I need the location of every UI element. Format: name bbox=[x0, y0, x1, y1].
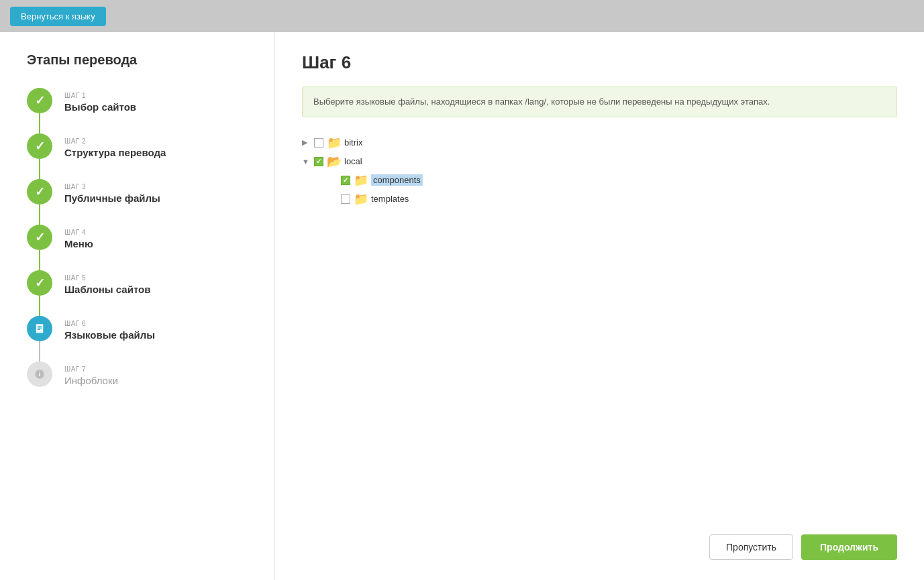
check-icon-1: ✓ bbox=[35, 93, 45, 108]
step-text-5: ШАГ 5 Шаблоны сайтов bbox=[64, 270, 150, 315]
step-label-5: ШАГ 5 bbox=[64, 274, 150, 282]
tree-expand-local[interactable]: ▼ bbox=[302, 158, 313, 166]
check-icon-4: ✓ bbox=[35, 230, 45, 245]
step-label-4: ШАГ 4 bbox=[64, 229, 93, 236]
step-label-6: ШАГ 6 bbox=[64, 320, 155, 327]
step-connector-5: ✓ bbox=[27, 270, 52, 316]
skip-button[interactable]: Пропустить bbox=[709, 534, 793, 560]
check-icon-3: ✓ bbox=[35, 184, 45, 199]
step-text-3: ШАГ 3 Публичные файлы bbox=[64, 179, 160, 224]
sidebar-title: Этапы перевода bbox=[27, 52, 254, 68]
step-connector-3: ✓ bbox=[27, 179, 52, 225]
step-circle-2: ✓ bbox=[27, 133, 52, 159]
document-icon bbox=[34, 323, 46, 335]
info-box: Выберите языковые файлы, находящиеся в п… bbox=[302, 86, 897, 117]
footer-buttons: Пропустить Продолжить bbox=[709, 534, 897, 560]
tree-row-components[interactable]: 📁 components bbox=[302, 171, 897, 190]
step-connector-4: ✓ bbox=[27, 225, 52, 270]
step-text-1: ШАГ 1 Выбор сайтов bbox=[64, 88, 136, 133]
info-icon: i bbox=[34, 369, 45, 380]
tree-checkbox-templates[interactable] bbox=[341, 194, 350, 204]
file-tree: ▶ 📁 bitrix ▼ 📂 local 📁 components bbox=[302, 133, 897, 209]
step-line-4 bbox=[39, 250, 40, 270]
svg-rect-3 bbox=[38, 329, 40, 330]
folder-icon-components: 📁 bbox=[354, 173, 368, 188]
folder-icon-templates: 📁 bbox=[354, 192, 368, 207]
back-button[interactable]: Вернуться к языку bbox=[10, 7, 106, 26]
step-item-5: ✓ ШАГ 5 Шаблоны сайтов bbox=[27, 270, 254, 316]
tree-label-templates: templates bbox=[371, 194, 409, 204]
tree-row-templates[interactable]: 📁 templates bbox=[302, 190, 897, 209]
step-item-4: ✓ ШАГ 4 Меню bbox=[27, 225, 254, 270]
steps-list: ✓ ШАГ 1 Выбор сайтов ✓ ШАГ bbox=[27, 88, 254, 406]
step-label-3: ШАГ 3 bbox=[64, 183, 160, 190]
step-line-5 bbox=[39, 296, 40, 316]
tree-checkbox-local[interactable] bbox=[314, 157, 323, 166]
tree-checkbox-components[interactable] bbox=[341, 176, 350, 185]
content-wrapper: Шаг 6 Выберите языковые файлы, находящие… bbox=[275, 32, 924, 580]
step-name-7: Инфоблоки bbox=[64, 375, 118, 386]
continue-button[interactable]: Продолжить bbox=[801, 534, 897, 560]
folder-icon-bitrix: 📁 bbox=[327, 135, 342, 150]
step-name-3: Публичные файлы bbox=[64, 192, 160, 204]
svg-text:i: i bbox=[39, 371, 41, 378]
tree-label-bitrix: bitrix bbox=[344, 137, 362, 148]
step-name-2: Структура перевода bbox=[64, 147, 166, 158]
step-name-6: Языковые файлы bbox=[64, 329, 155, 341]
step-line-3 bbox=[39, 205, 40, 225]
svg-rect-1 bbox=[38, 326, 42, 327]
step-item-7: i ШАГ 7 Инфоблоки bbox=[27, 361, 254, 406]
step-line-1 bbox=[39, 113, 40, 133]
step-circle-6 bbox=[27, 316, 52, 341]
step-circle-3: ✓ bbox=[27, 179, 52, 205]
step-label-1: ШАГ 1 bbox=[64, 92, 136, 99]
main-area: Этапы перевода ✓ ШАГ 1 Выбор сайтов bbox=[0, 32, 924, 580]
step-circle-7: i bbox=[27, 361, 52, 387]
folder-icon-local: 📂 bbox=[327, 154, 342, 169]
check-icon-2: ✓ bbox=[35, 139, 45, 154]
step-circle-4: ✓ bbox=[27, 225, 52, 250]
tree-row-local[interactable]: ▼ 📂 local bbox=[302, 152, 897, 171]
step-item-1: ✓ ШАГ 1 Выбор сайтов bbox=[27, 88, 254, 133]
content-title: Шаг 6 bbox=[302, 52, 897, 73]
step-connector-7: i bbox=[27, 361, 52, 387]
step-line-6 bbox=[39, 341, 40, 361]
tree-label-components: components bbox=[371, 174, 423, 186]
step-label-2: ШАГ 2 bbox=[64, 137, 166, 145]
step-text-2: ШАГ 2 Структура перевода bbox=[64, 133, 166, 178]
step-label-7: ШАГ 7 bbox=[64, 365, 118, 373]
step-item-6: ШАГ 6 Языковые файлы bbox=[27, 316, 254, 361]
tree-expand-bitrix[interactable]: ▶ bbox=[302, 138, 313, 147]
tree-label-local: local bbox=[344, 156, 362, 166]
step-name-1: Выбор сайтов bbox=[64, 101, 136, 113]
step-circle-1: ✓ bbox=[27, 88, 52, 113]
sidebar: Этапы перевода ✓ ШАГ 1 Выбор сайтов bbox=[0, 32, 275, 580]
tree-row-bitrix[interactable]: ▶ 📁 bitrix bbox=[302, 133, 897, 152]
step-name-4: Меню bbox=[64, 238, 93, 249]
top-bar: Вернуться к языку bbox=[0, 0, 924, 32]
svg-rect-0 bbox=[36, 324, 44, 333]
step-name-5: Шаблоны сайтов bbox=[64, 284, 150, 295]
step-text-4: ШАГ 4 Меню bbox=[64, 225, 93, 270]
step-connector-2: ✓ bbox=[27, 133, 52, 179]
step-connector-1: ✓ bbox=[27, 88, 52, 133]
step-text-6: ШАГ 6 Языковые файлы bbox=[64, 316, 155, 361]
step-text-7: ШАГ 7 Инфоблоки bbox=[64, 361, 118, 406]
tree-checkbox-bitrix[interactable] bbox=[314, 138, 323, 148]
step-item-3: ✓ ШАГ 3 Публичные файлы bbox=[27, 179, 254, 225]
step-line-2 bbox=[39, 159, 40, 179]
step-connector-6 bbox=[27, 316, 52, 361]
check-icon-5: ✓ bbox=[35, 276, 45, 290]
step-circle-5: ✓ bbox=[27, 270, 52, 296]
svg-rect-2 bbox=[38, 328, 42, 329]
step-item-2: ✓ ШАГ 2 Структура перевода bbox=[27, 133, 254, 179]
